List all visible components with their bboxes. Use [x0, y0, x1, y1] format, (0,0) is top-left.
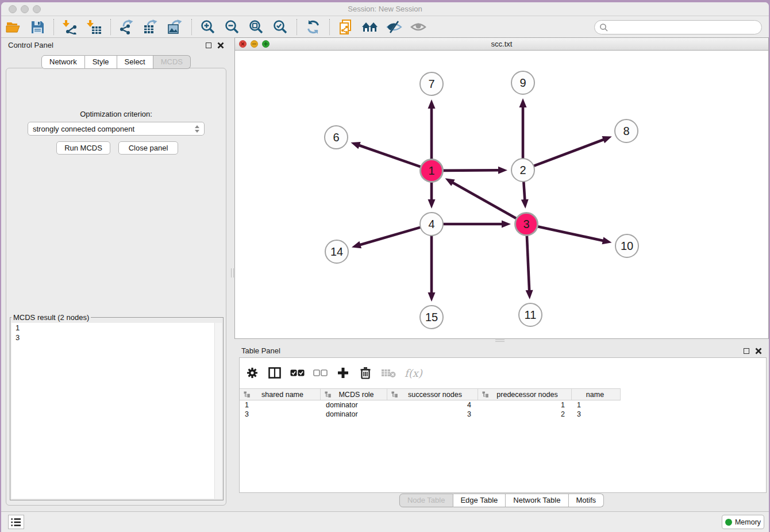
table-panel: Table Panel [234, 342, 769, 511]
node-table-card: f(x) shared name MCDS role successor nod… [239, 357, 767, 493]
graph-edge-4-14[interactable] [359, 228, 420, 245]
cell-shared-name: 3 [240, 410, 321, 419]
graph-edges-layer [235, 51, 768, 338]
graph-edge-arrowhead [428, 199, 436, 209]
close-panel-icon[interactable] [217, 42, 224, 49]
graph-edge-3-1[interactable] [452, 182, 517, 218]
table-row[interactable]: 3 dominator 3 2 3 [240, 410, 621, 419]
graph-edge-arrowhead [352, 241, 361, 248]
function-builder-icon[interactable]: f(x) [405, 365, 422, 381]
graph-node-1[interactable]: 1 [419, 159, 444, 183]
tab-style[interactable]: Style [85, 55, 117, 69]
search-input[interactable] [609, 22, 761, 32]
cell-mcds-role: dominator [321, 400, 387, 410]
tab-network[interactable]: Network [41, 55, 85, 69]
add-row-icon[interactable] [336, 365, 350, 381]
mcds-result-title: MCDS result (2 nodes) [11, 313, 91, 322]
toolbar-separator [297, 19, 297, 35]
save-session-icon[interactable] [29, 18, 46, 36]
graph-node-3[interactable]: 3 [514, 212, 538, 236]
tab-network-table[interactable]: Network Table [506, 494, 568, 507]
graph-edge-arrowhead [502, 221, 511, 228]
graph-edge-arrowhead [351, 142, 360, 149]
graph-edge-1-2[interactable] [443, 170, 499, 171]
export-network-icon[interactable] [118, 18, 136, 36]
export-image-icon[interactable] [167, 18, 184, 36]
float-panel-icon[interactable] [744, 348, 749, 354]
graph-node-9[interactable]: 9 [511, 71, 535, 95]
panel-splitter-handle[interactable] [231, 268, 234, 277]
column-header-predecessor-nodes[interactable]: predecessor nodes [478, 389, 572, 400]
graph-edge-1-6[interactable] [359, 145, 421, 167]
graph-node-15[interactable]: 15 [419, 305, 444, 329]
column-header-mcds-role[interactable]: MCDS role [321, 389, 387, 400]
graph-node-14[interactable]: 14 [325, 240, 349, 264]
graph-edge-3-10[interactable] [538, 226, 604, 241]
tab-motifs[interactable]: Motifs [568, 494, 604, 507]
graph-edge-2-3[interactable] [523, 182, 525, 201]
graph-node-6[interactable]: 6 [324, 125, 348, 149]
graph-node-7[interactable]: 7 [419, 72, 444, 96]
graph-node-2[interactable]: 2 [511, 158, 535, 182]
clone-network-icon[interactable] [337, 18, 355, 36]
network-view-window: scc.txt 1234678910111415 [234, 37, 769, 339]
toolbar-separator [53, 19, 54, 35]
export-table-icon[interactable] [143, 18, 160, 36]
memory-status-icon [725, 519, 732, 526]
run-mcds-button[interactable]: Run MCDS [56, 141, 110, 155]
first-neighbors-icon[interactable] [361, 18, 379, 36]
search-field [594, 20, 762, 34]
table-row[interactable]: 1 dominator 4 1 1 [240, 400, 621, 410]
graph-edge-arrowhead [428, 292, 436, 302]
hierarchy-icon [244, 391, 251, 398]
toolbar-separator [191, 19, 192, 35]
tab-mcds[interactable]: MCDS [153, 55, 191, 69]
task-history-button[interactable] [8, 515, 24, 529]
import-table-icon[interactable] [86, 18, 103, 36]
cell-shared-name: 1 [240, 400, 321, 410]
graph-edge-2-8[interactable] [534, 139, 605, 165]
delete-table-icon[interactable] [381, 365, 396, 381]
graph-node-4[interactable]: 4 [419, 212, 444, 236]
close-panel-icon[interactable] [755, 348, 762, 354]
apply-layout-icon[interactable] [305, 18, 322, 36]
column-header-shared-name[interactable]: shared name [240, 389, 321, 400]
zoom-fit-icon[interactable] [248, 18, 265, 36]
deselect-all-icon[interactable] [313, 365, 328, 381]
select-all-icon[interactable] [290, 365, 305, 381]
optimization-criterion-select[interactable]: strongly connected component [28, 122, 205, 136]
mcds-result-box: MCDS result (2 nodes) 1 3 [10, 313, 224, 500]
delete-row-icon[interactable] [359, 365, 372, 381]
mcds-result-item: 1 [11, 323, 222, 333]
graph-node-11[interactable]: 11 [518, 303, 542, 327]
close-panel-button[interactable]: Close panel [118, 141, 178, 155]
control-panel: Control Panel Optimization criterion: st… [1, 37, 231, 509]
open-session-icon[interactable] [5, 18, 22, 36]
graph-edge-arrowhead [602, 237, 612, 245]
network-canvas[interactable]: 1234678910111415 [235, 51, 768, 338]
mcds-result-item: 3 [11, 333, 222, 342]
zoom-in-icon[interactable] [199, 18, 217, 36]
graph-node-8[interactable]: 8 [614, 119, 638, 143]
mcds-result-list: 1 3 [11, 323, 222, 499]
hide-graphics-details-icon[interactable] [386, 18, 403, 36]
tab-edge-table[interactable]: Edge Table [453, 494, 506, 507]
zoom-selected-icon[interactable] [272, 18, 289, 36]
tab-node-table[interactable]: Node Table [399, 494, 453, 507]
show-columns-icon[interactable] [268, 365, 282, 381]
tab-select[interactable]: Select [117, 55, 153, 69]
column-header-name[interactable]: name [572, 389, 621, 400]
graph-node-10[interactable]: 10 [615, 234, 639, 258]
result-scrollbar[interactable] [214, 323, 222, 499]
zoom-out-icon[interactable] [224, 18, 241, 36]
column-header-successor-nodes[interactable]: successor nodes [387, 389, 478, 400]
graph-edge-3-11[interactable] [527, 236, 529, 291]
float-panel-icon[interactable] [206, 43, 211, 48]
memory-button[interactable]: Memory [722, 515, 764, 529]
table-settings-icon[interactable] [245, 365, 259, 381]
optimization-criterion-label: Optimization criterion: [6, 110, 226, 118]
toolbar-separator [110, 19, 111, 35]
import-network-icon[interactable] [61, 18, 79, 36]
show-graphics-details-icon[interactable] [410, 18, 427, 36]
cell-predecessor-nodes: 1 [478, 400, 572, 410]
